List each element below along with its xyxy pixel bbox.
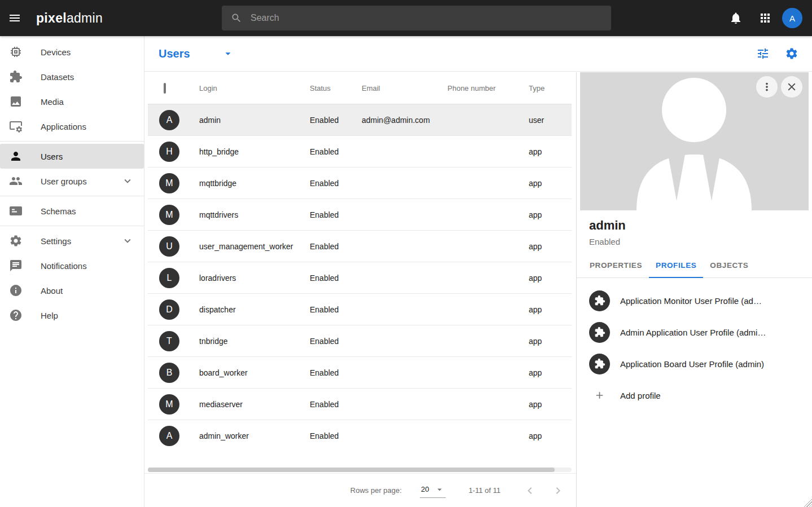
row-avatar: M (159, 173, 179, 193)
add-profile-button[interactable]: Add profile (577, 380, 812, 411)
topbar-actions: A (729, 0, 802, 36)
profile-item-application-monitor-user-profile-ad[interactable]: Application Monitor User Profile (ad… (577, 285, 812, 316)
sidebar: Devices Datasets Media Applications User… (0, 36, 144, 507)
select-all-checkbox[interactable] (164, 83, 166, 94)
pagination-bar: Rows per page: 20 1-11 of 11 (144, 473, 576, 507)
cell-type: app (529, 305, 572, 314)
cell-login: tnbridge (199, 337, 310, 346)
cell-login: admin_worker (199, 431, 310, 440)
people-icon (9, 174, 23, 188)
photo-actions (756, 76, 802, 98)
table-row-mqttdrivers[interactable]: M mqttdrivers Enabled app (148, 199, 572, 231)
entity-caret-down-icon[interactable] (222, 47, 234, 60)
table-row-board-worker[interactable]: B board_worker Enabled app (148, 357, 572, 389)
cell-type: user (529, 116, 572, 125)
gear-icon (9, 234, 23, 248)
sidebar-item-devices[interactable]: Devices (0, 39, 144, 64)
chat-icon (9, 259, 23, 272)
rows-per-page-select[interactable]: 20 (420, 483, 446, 498)
sidebar-item-about[interactable]: About (0, 278, 144, 303)
table-header-row: Login Status Email Phone number Type (148, 72, 572, 104)
memory-icon (9, 45, 23, 59)
notifications-bell-button[interactable] (729, 11, 743, 25)
cell-status: Enabled (310, 337, 362, 346)
table-row-loradrivers[interactable]: L loradrivers Enabled app (148, 262, 572, 294)
cell-status: Enabled (310, 400, 362, 409)
sidebar-divider (0, 141, 144, 142)
sidebar-item-help[interactable]: Help (0, 303, 144, 328)
user-detail-panel: admin Enabled PROPERTIES PROFILES OBJECT… (576, 72, 812, 507)
user-avatar-button[interactable]: A (782, 8, 802, 28)
next-page-button[interactable] (551, 484, 565, 497)
sidebar-item-datasets[interactable]: Datasets (0, 64, 144, 89)
table-row-user-management-worker[interactable]: U user_management_worker Enabled app (148, 231, 572, 262)
hamburger-menu-icon (8, 11, 21, 25)
table-settings-button[interactable] (785, 47, 798, 60)
close-panel-button[interactable] (781, 76, 802, 98)
cell-type: app (529, 431, 572, 440)
menu-button[interactable] (1, 5, 28, 32)
column-header-type: Type (529, 84, 572, 92)
row-avatar: M (159, 205, 179, 225)
pagination-range: 1-11 of 11 (468, 486, 501, 495)
cell-status: Enabled (310, 368, 362, 377)
sidebar-item-settings[interactable]: Settings (0, 228, 144, 253)
scrollbar-thumb[interactable] (148, 468, 555, 472)
tab-objects[interactable]: OBJECTS (703, 261, 755, 277)
app-logo: pixeladmin (36, 11, 103, 26)
puzzle-icon (594, 358, 605, 369)
entity-selector[interactable]: Users (159, 47, 190, 60)
row-avatar: A (159, 426, 179, 446)
table-row-http-bridge[interactable]: H http_bridge Enabled app (148, 136, 572, 167)
header-actions (756, 47, 812, 60)
tab-properties[interactable]: PROPERTIES (583, 261, 649, 277)
cell-type: app (529, 337, 572, 346)
cell-status: Enabled (310, 242, 362, 251)
cell-type: app (529, 368, 572, 377)
cell-type: app (529, 179, 572, 188)
more-options-button[interactable] (756, 76, 778, 98)
cell-type: app (529, 210, 572, 219)
previous-page-button[interactable] (523, 484, 537, 497)
puzzle-icon (9, 70, 23, 83)
table-row-mediaserver[interactable]: M mediaserver Enabled app (148, 389, 572, 420)
search-input[interactable] (249, 12, 602, 24)
detail-user-status: Enabled (589, 237, 812, 246)
sidebar-item-applications[interactable]: Applications (0, 114, 144, 139)
table-row-dispatcher[interactable]: D dispatcher Enabled app (148, 294, 572, 325)
sidebar-item-user-groups[interactable]: User groups (0, 169, 144, 193)
topbar: pixeladmin A (0, 0, 812, 36)
avatar-letter: A (789, 14, 795, 23)
table-row-admin-worker[interactable]: A admin_worker Enabled app (148, 420, 572, 452)
row-avatar: M (159, 394, 179, 415)
sidebar-item-notifications[interactable]: Notifications (0, 253, 144, 278)
table-row-admin[interactable]: A admin Enabled admin@admin.com user (148, 104, 572, 136)
tab-profiles[interactable]: PROFILES (649, 261, 703, 277)
column-header-status: Status (310, 84, 362, 92)
table-row-tnbridge[interactable]: T tnbridge Enabled app (148, 325, 572, 357)
cell-type: app (529, 274, 572, 283)
sidebar-item-schemas[interactable]: Schemas (0, 199, 144, 223)
row-avatar: L (159, 268, 179, 288)
filter-columns-button[interactable] (756, 47, 770, 60)
sidebar-item-users[interactable]: Users (0, 144, 144, 169)
sidebar-item-media[interactable]: Media (0, 89, 144, 114)
table-row-mqttbridge[interactable]: M mqttbridge Enabled app (148, 167, 572, 199)
profile-avatar (589, 290, 610, 311)
card-list-icon (9, 204, 23, 218)
logo-light-text: admin (67, 11, 103, 25)
cell-login: mediaserver (199, 400, 310, 409)
cell-login: mqttbridge (199, 179, 310, 188)
cell-login: mqttdrivers (199, 210, 310, 219)
cell-type: app (529, 147, 572, 156)
cell-type: app (529, 400, 572, 409)
profile-avatar (589, 322, 610, 343)
rows-per-page-value: 20 (421, 485, 429, 493)
horizontal-scrollbar[interactable] (148, 468, 572, 472)
cell-login: http_bridge (199, 147, 310, 156)
profile-item-application-board-user-profile-admin[interactable]: Application Board User Profile (admin) (577, 348, 812, 380)
profile-item-admin-application-user-profile-admi[interactable]: Admin Application User Profile (admi… (577, 316, 812, 348)
row-avatar: U (159, 236, 179, 257)
row-avatar: A (159, 110, 179, 130)
apps-grid-button[interactable] (758, 11, 772, 25)
